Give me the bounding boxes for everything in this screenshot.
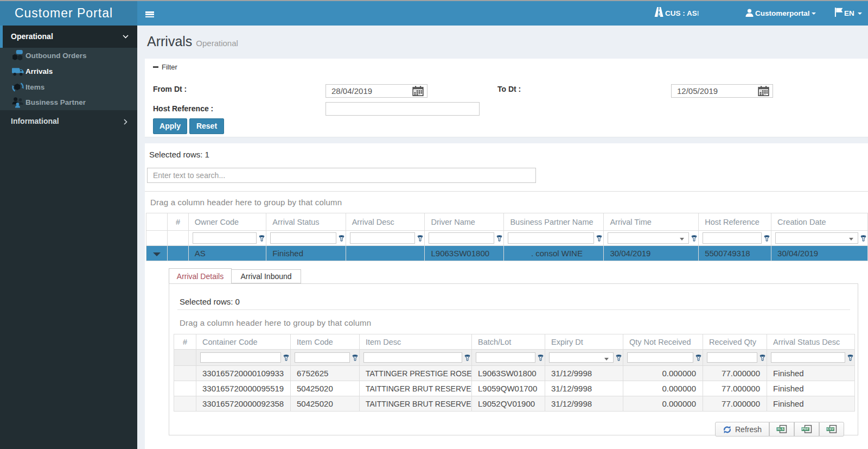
svg-text:CSV: CSV	[827, 427, 834, 431]
svg-text:PDF: PDF	[802, 427, 809, 431]
svg-text:XLS: XLS	[777, 427, 784, 431]
